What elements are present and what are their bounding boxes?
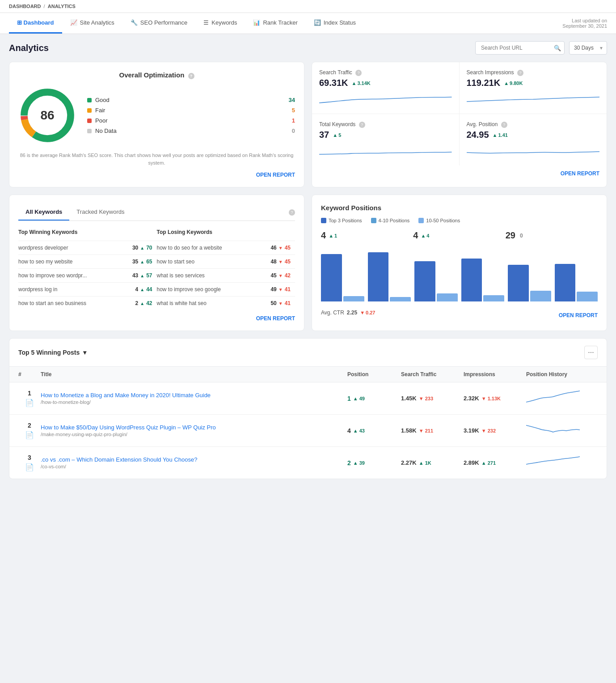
breadcrumb: DASHBOARD / ANALYTICS <box>0 0 616 13</box>
tab-rank-tracker[interactable]: 📊 Rank Tracker <box>245 13 305 34</box>
opt-score: 86 <box>40 108 54 123</box>
top-row: Overall Optimization ? <box>9 62 607 187</box>
nav-tabs: ⊞ Dashboard 📈 Site Analytics 🔧 SEO Perfo… <box>9 13 364 34</box>
impressions-sparkline <box>467 92 600 106</box>
post-title-link[interactable]: .co vs .com – Which Domain Extension Sho… <box>41 456 197 463</box>
kp-ctr-row: Avg. CTR 2.25 ▼ 0.27 OPEN REPORT <box>321 307 598 318</box>
stats-grid: Search Traffic ? 69.31K ▲ 3.14K <box>312 62 607 165</box>
tab-index-status[interactable]: 🔄 Index Status <box>306 13 364 34</box>
top3-dot <box>321 218 326 223</box>
kp-metric-2: 29 0 <box>506 229 598 242</box>
bar-6a <box>555 264 576 301</box>
search-wrap: 🔍 <box>475 41 565 55</box>
kp-metrics: 4 ▲ 1 4 ▲ 4 29 0 <box>321 229 598 242</box>
arrow-up-icon: ▲ <box>140 246 144 250</box>
kw-tabs: All Keywords Tracked Keywords ? <box>18 204 295 221</box>
donut-wrap: 86 <box>18 86 76 144</box>
bar-5b <box>530 291 551 301</box>
main-content: Overall Optimization ? <box>0 62 616 488</box>
arrow-down-icon: ▼ <box>278 246 283 250</box>
bar-1b <box>343 296 364 301</box>
post-title-link[interactable]: How to Make $50/Day Using WordPress Quiz… <box>41 424 216 431</box>
bar-3b <box>437 293 458 301</box>
history-chart-1 <box>526 421 598 440</box>
legend-fair: Fair 5 <box>87 105 295 115</box>
keywords-sparkline <box>319 144 452 158</box>
table-header: # Title Position Search Traffic Impressi… <box>9 367 607 382</box>
kp-legend: Top 3 Positions 4-10 Positions 10-50 Pos… <box>321 218 598 223</box>
kw-row-3: wordpress log in 4 ▲ 44 how to improve s… <box>18 282 295 296</box>
legend-poor: Poor 1 <box>87 115 295 126</box>
bar-6b <box>577 292 598 301</box>
bar-1a <box>321 254 342 301</box>
winning-posts-title[interactable]: Top 5 Winning Posts ▾ <box>18 349 86 356</box>
post-title-link[interactable]: How to Monetize a Blog and Make Money in… <box>41 392 211 399</box>
keywords-tab-help[interactable]: ? <box>289 209 295 216</box>
stat-search-impressions: Search Impressions ? 119.21K ▲ 9.80K <box>460 62 607 114</box>
position-sparkline <box>467 144 600 158</box>
mid-row: All Keywords Tracked Keywords ? Top Winn… <box>9 195 607 331</box>
search-input[interactable] <box>475 41 565 55</box>
tab-seo-performance[interactable]: 🔧 SEO Performance <box>122 13 196 34</box>
history-chart-2 <box>526 453 598 472</box>
page-header: Analytics 🔍 30 Days 7 Days 90 Days ▼ <box>0 34 616 62</box>
more-options-button[interactable]: ··· <box>584 346 598 359</box>
traffic-help-icon[interactable]: ? <box>355 70 362 76</box>
nav-bar: ⊞ Dashboard 📈 Site Analytics 🔧 SEO Perfo… <box>0 13 616 34</box>
opt-body: 86 Good 34 Fair <box>18 86 295 144</box>
kp-title: Keyword Positions <box>321 204 598 212</box>
stat-search-traffic: Search Traffic ? 69.31K ▲ 3.14K <box>312 62 460 114</box>
opt-legend: Good 34 Fair 5 Poor <box>87 95 295 136</box>
tab-site-analytics[interactable]: 📈 Site Analytics <box>62 13 122 34</box>
table-row: 3 📄 .co vs .com – Which Domain Extension… <box>9 447 607 479</box>
winning-posts-table: # Title Position Search Traffic Impressi… <box>9 367 607 479</box>
donut-chart: 86 <box>18 86 76 144</box>
kw-row-4: how to start an seo business 2 ▲ 42 what… <box>18 296 295 310</box>
days-select-wrap: 30 Days 7 Days 90 Days ▼ <box>569 41 607 55</box>
breadcrumb-parent[interactable]: DASHBOARD <box>9 4 41 9</box>
breadcrumb-current: ANALYTICS <box>48 4 76 9</box>
opt-note: 86 is the average Rank Math's SEO score.… <box>18 152 295 166</box>
nodata-dot <box>87 129 92 133</box>
opt-open-report[interactable]: OPEN REPORT <box>18 172 295 178</box>
bar-4a <box>461 259 482 301</box>
days-select[interactable]: 30 Days 7 Days 90 Days <box>569 41 607 55</box>
top1050-dot <box>418 218 424 223</box>
document-icon: 📄 <box>25 399 34 407</box>
kp-bar-chart <box>321 248 598 301</box>
stats-open-report[interactable]: OPEN REPORT <box>561 170 599 177</box>
position-help-icon[interactable]: ? <box>501 122 507 128</box>
stat-total-keywords: Total Keywords ? 37 ▲ 5 <box>312 114 460 165</box>
stat-avg-position: Avg. Position ? 24.95 ▲ 1.41 <box>460 114 607 165</box>
legend-good: Good 34 <box>87 95 295 105</box>
kw-open-report[interactable]: OPEN REPORT <box>18 315 295 322</box>
page-title: Analytics <box>9 43 49 53</box>
tab-tracked-keywords[interactable]: Tracked Keywords <box>69 204 131 221</box>
impressions-help-icon[interactable]: ? <box>517 70 523 76</box>
fair-dot <box>87 108 92 113</box>
stats-card: Search Traffic ? 69.31K ▲ 3.14K <box>312 62 607 187</box>
document-icon: 📄 <box>25 431 34 439</box>
kw-header: Top Winning Keywords Top Losing Keywords <box>18 227 295 237</box>
bar-4b <box>483 295 504 301</box>
legend-nodata: No Data 0 <box>87 126 295 136</box>
bar-2b <box>390 297 411 301</box>
opt-help-icon[interactable]: ? <box>188 73 194 79</box>
keywords-card: All Keywords Tracked Keywords ? Top Winn… <box>9 195 304 331</box>
kw-row-2: how to improve seo wordpr... 43 ▲ 57 wha… <box>18 268 295 282</box>
keywords-help-icon[interactable]: ? <box>359 122 365 128</box>
winning-posts-header: Top 5 Winning Posts ▾ ··· <box>9 339 607 367</box>
bar-5a <box>508 265 529 301</box>
search-icon: 🔍 <box>554 45 561 51</box>
tab-dashboard[interactable]: ⊞ Dashboard <box>9 13 62 34</box>
opt-title: Overall Optimization ? <box>18 71 295 79</box>
document-icon: 📄 <box>25 463 34 471</box>
keyword-positions-card: Keyword Positions Top 3 Positions 4-10 P… <box>312 195 607 331</box>
tab-all-keywords[interactable]: All Keywords <box>18 204 69 221</box>
optimization-card: Overall Optimization ? <box>9 62 304 187</box>
kp-open-report[interactable]: OPEN REPORT <box>559 312 598 318</box>
tab-keywords[interactable]: ☰ Keywords <box>195 13 245 34</box>
last-updated: Last updated on September 30, 2021 <box>562 13 607 33</box>
kp-metric-1: 4 ▲ 4 <box>413 229 505 242</box>
bar-3a <box>414 261 435 301</box>
